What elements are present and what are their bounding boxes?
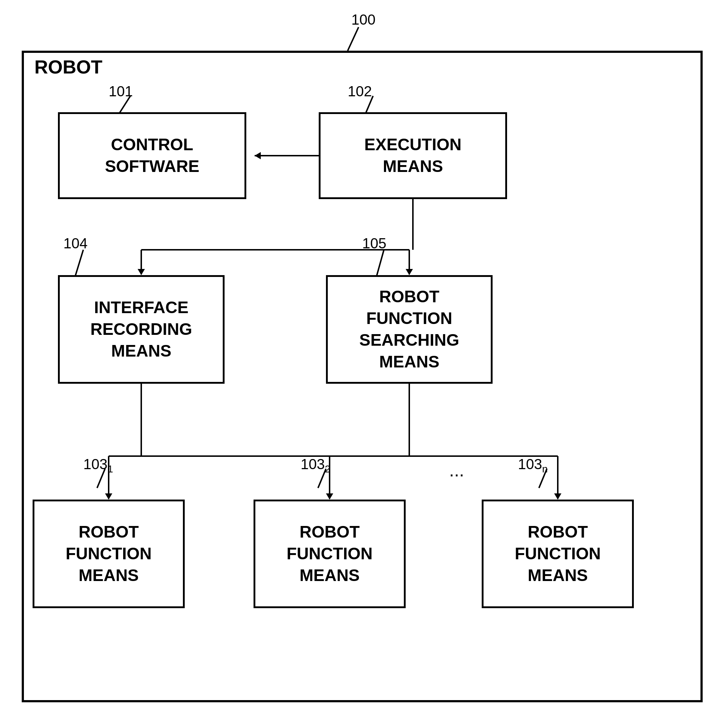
- ellipsis: ...: [449, 460, 464, 481]
- ref-103-2: 1032: [301, 456, 330, 475]
- ref-100: 100: [351, 12, 376, 28]
- svg-line-0: [348, 27, 359, 51]
- execution-means-text: EXECUTION MEANS: [364, 134, 462, 177]
- execution-means-box: EXECUTION MEANS: [319, 112, 507, 199]
- robot-function-means-1-text: ROBOT FUNCTION MEANS: [66, 521, 152, 586]
- robot-function-means-1-box: ROBOT FUNCTION MEANS: [33, 499, 185, 608]
- ref-103-n: 103n: [518, 456, 548, 475]
- robot-function-searching-box: ROBOT FUNCTION SEARCHING MEANS: [326, 275, 492, 384]
- ref-104: 104: [63, 235, 88, 252]
- robot-function-searching-text: ROBOT FUNCTION SEARCHING MEANS: [359, 286, 459, 373]
- ref-101: 101: [109, 83, 133, 99]
- diagram-container: ROBOT 100 101 102 104 105 1031 1032 ... …: [0, 0, 728, 724]
- interface-recording-text: INTERFACE RECORDING MEANS: [90, 297, 192, 362]
- interface-recording-box: INTERFACE RECORDING MEANS: [58, 275, 225, 384]
- control-software-text: CONTROL SOFTWARE: [105, 134, 200, 177]
- robot-function-means-n-box: ROBOT FUNCTION MEANS: [482, 499, 634, 608]
- ref-103-1: 1031: [83, 456, 113, 475]
- robot-function-means-2-text: ROBOT FUNCTION MEANS: [286, 521, 373, 586]
- ref-102: 102: [348, 83, 372, 99]
- robot-label: ROBOT: [34, 56, 102, 78]
- robot-function-means-2-box: ROBOT FUNCTION MEANS: [254, 499, 406, 608]
- control-software-box: CONTROL SOFTWARE: [58, 112, 246, 199]
- ref-105: 105: [362, 235, 387, 252]
- robot-function-means-n-text: ROBOT FUNCTION MEANS: [515, 521, 601, 586]
